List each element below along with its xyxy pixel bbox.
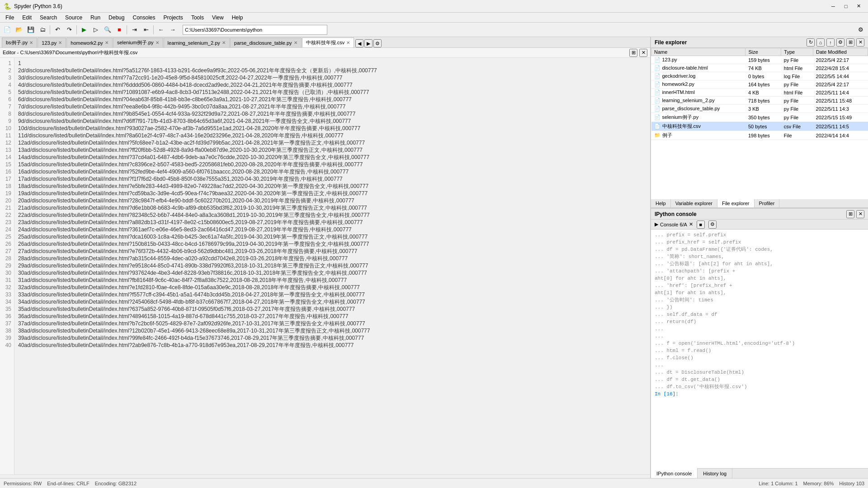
file-explorer-icons: ↻ ⌂ ↑ ⚙ ⊞ ✕ bbox=[807, 38, 864, 47]
fe-parent-icon[interactable]: ↑ bbox=[826, 38, 835, 47]
fe-float-icon[interactable]: ⊞ bbox=[846, 38, 854, 47]
tab-close-learning-selenium[interactable]: ✕ bbox=[222, 40, 226, 45]
redo-button[interactable]: ↷ bbox=[64, 24, 75, 35]
tab-close-parse-disclosure[interactable]: ✕ bbox=[294, 40, 297, 45]
stop-button[interactable]: ■ bbox=[114, 24, 125, 35]
file-date: 2022/5/11 14:5 bbox=[813, 122, 868, 131]
console-line: ... '公告标题': [aht[2] for aht in ahts], bbox=[655, 260, 864, 267]
debug-button[interactable]: 🔍 bbox=[102, 24, 113, 35]
list-item[interactable]: 📄homework2.py164 bytespy File2022/5/4 22… bbox=[651, 80, 868, 89]
unindent-button[interactable]: ⇤ bbox=[141, 24, 151, 35]
console-cont-text: ... return(df) bbox=[655, 319, 696, 324]
run-button[interactable]: ▶ bbox=[79, 24, 90, 35]
editor-scroll-container[interactable]: 1234567891011121314151617181920212223242… bbox=[0, 58, 650, 474]
list-item[interactable]: 📄selenium例子.py350 bytespy File2022/5/15 … bbox=[651, 113, 868, 122]
fe-close-icon[interactable]: ✕ bbox=[856, 38, 864, 47]
console-close-icon[interactable]: ✕ bbox=[856, 210, 864, 218]
horizontal-scrollbar[interactable] bbox=[0, 474, 650, 478]
code-line: 10d/disclosure/listed/bulletinDetail/ind… bbox=[18, 125, 646, 132]
list-item[interactable]: 📄123.py159 bytespy File2022/5/4 22:17 bbox=[651, 56, 868, 64]
path-input[interactable] bbox=[183, 25, 327, 35]
fe-home-icon[interactable]: ⌂ bbox=[816, 38, 825, 47]
fe-refresh-icon[interactable]: ↻ bbox=[807, 38, 815, 47]
list-item[interactable]: 📄innerHTM.html4 KBhtml File2022/5/11 14:… bbox=[651, 89, 868, 97]
list-item[interactable]: 📄disclosure-table.html74 KBhtml File2022… bbox=[651, 64, 868, 72]
new-file-button[interactable]: 📄 bbox=[2, 24, 13, 35]
tab-variable-explorer[interactable]: Variable explorer bbox=[671, 199, 717, 207]
menu-projects[interactable]: Projects bbox=[160, 13, 187, 22]
tab-bs-example[interactable]: bs例子.py ✕ bbox=[2, 38, 37, 47]
menu-run[interactable]: Run bbox=[87, 13, 104, 22]
list-item[interactable]: 📄geckodriver.log0 byteslog File2022/5/5 … bbox=[651, 72, 868, 80]
tab-parse-disclosure[interactable]: parse_disclosure_table.py ✕ bbox=[230, 38, 302, 47]
app-title: Spyder (Python 3.6) bbox=[14, 3, 62, 9]
console-tab-ipython[interactable]: IPython console bbox=[651, 468, 698, 479]
code-line: 36ad/disclosure/listed/bulletinDetail/in… bbox=[18, 313, 646, 320]
tab-close-123[interactable]: ✕ bbox=[58, 40, 62, 45]
line-number: 16 bbox=[3, 168, 11, 175]
maximize-button[interactable]: □ bbox=[840, 1, 852, 11]
menu-source[interactable]: Source bbox=[61, 13, 86, 22]
menu-view[interactable]: View bbox=[208, 13, 227, 22]
tab-help[interactable]: Help bbox=[651, 199, 671, 207]
tab-homework2[interactable]: homework2.py ✕ bbox=[66, 38, 113, 47]
menu-consoles[interactable]: Consoles bbox=[129, 13, 159, 22]
tab-prev-button[interactable]: ◀ bbox=[355, 39, 363, 47]
forward-button[interactable]: → bbox=[167, 24, 178, 35]
console-tab-history[interactable]: History log bbox=[698, 468, 732, 479]
list-item[interactable]: 📁例子198 bytesFile2022/4/14 14:4 bbox=[651, 131, 868, 140]
line-number: 31 bbox=[3, 277, 11, 284]
console-cont-text: ... }) bbox=[655, 305, 673, 310]
tab-profiler[interactable]: Profiler bbox=[755, 199, 780, 207]
code-line: 18ad/disclosure/listed/bulletinDetail/in… bbox=[18, 183, 646, 190]
tab-next-button[interactable]: ▶ bbox=[364, 39, 373, 47]
tab-options-button[interactable]: ⚙ bbox=[373, 39, 382, 47]
window-controls: ─ □ ✕ bbox=[827, 1, 864, 11]
menu-debug[interactable]: Debug bbox=[105, 13, 128, 22]
file-table: Name Size Type Date Modified 📄123.py159 … bbox=[651, 48, 868, 199]
file-date: 2022/5/15 15:49 bbox=[813, 113, 868, 122]
options-button[interactable]: ⚙ bbox=[855, 24, 866, 35]
console-content[interactable]: ... prefix = self.prefix ... prefix_href… bbox=[651, 230, 868, 468]
list-item[interactable]: 📄parse_disclosure_table.py3 KBpy File202… bbox=[651, 105, 868, 113]
minimize-button[interactable]: ─ bbox=[827, 1, 839, 11]
tab-csv[interactable]: 中核科技年报.csv ✕ bbox=[302, 38, 354, 47]
editor-close-button[interactable]: ✕ bbox=[639, 49, 647, 57]
title-bar: 🐍 Spyder (Python 3.6) ─ □ ✕ bbox=[0, 0, 868, 13]
console-title: IPython console bbox=[655, 211, 697, 217]
console-run-icon[interactable]: ■ bbox=[697, 221, 705, 229]
console-float-icon[interactable]: ⊞ bbox=[846, 210, 854, 218]
tab-close-bs[interactable]: ✕ bbox=[29, 40, 33, 45]
save-button[interactable]: 💾 bbox=[25, 24, 36, 35]
menu-file[interactable]: File bbox=[2, 13, 18, 22]
tab-close-homework2[interactable]: ✕ bbox=[105, 40, 108, 45]
code-line: 26ad/disclosure/listed/bulletinDetail/in… bbox=[18, 240, 646, 248]
console-close-btn[interactable]: ✕ bbox=[689, 221, 693, 227]
run-cell-button[interactable]: ▷ bbox=[90, 24, 101, 35]
menu-help[interactable]: Help bbox=[228, 13, 247, 22]
close-button[interactable]: ✕ bbox=[853, 1, 864, 11]
tab-learning-selenium[interactable]: learning_selenium_2.py ✕ bbox=[164, 38, 230, 47]
tab-selenium-example[interactable]: selenium例子.py ✕ bbox=[113, 38, 163, 47]
code-area[interactable]: 12d/disclosure/listed/bulletinDetail/ind… bbox=[14, 58, 650, 474]
tab-file-explorer[interactable]: File explorer bbox=[717, 199, 755, 207]
open-file-button[interactable]: 📂 bbox=[14, 24, 24, 35]
fe-options-icon[interactable]: ⚙ bbox=[836, 38, 844, 47]
undo-button[interactable]: ↶ bbox=[52, 24, 63, 35]
menu-edit[interactable]: Edit bbox=[19, 13, 35, 22]
file-icon: 📄 bbox=[654, 57, 660, 62]
menu-search[interactable]: Search bbox=[36, 13, 61, 22]
editor-float-button[interactable]: ⊞ bbox=[629, 49, 637, 57]
list-item[interactable]: 📄learning_selenium_2.py718 bytespy File2… bbox=[651, 97, 868, 105]
status-encoding: Encoding: GB2312 bbox=[95, 481, 137, 486]
back-button[interactable]: ← bbox=[156, 24, 166, 35]
list-item[interactable]: 📄中核科技年报.csv50 bytescsv File2022/5/11 14:… bbox=[651, 122, 868, 131]
tab-123[interactable]: 123.py ✕ bbox=[38, 38, 66, 47]
indent-button[interactable]: ⇥ bbox=[129, 24, 140, 35]
save-all-button[interactable]: 🗂 bbox=[37, 24, 48, 35]
tab-close-selenium[interactable]: ✕ bbox=[156, 40, 159, 45]
file-type: html File bbox=[781, 64, 813, 72]
tab-close-csv[interactable]: ✕ bbox=[346, 40, 350, 45]
console-gear-icon gear-icon[interactable]: ⚙ bbox=[708, 221, 717, 229]
menu-tools[interactable]: Tools bbox=[188, 13, 208, 22]
